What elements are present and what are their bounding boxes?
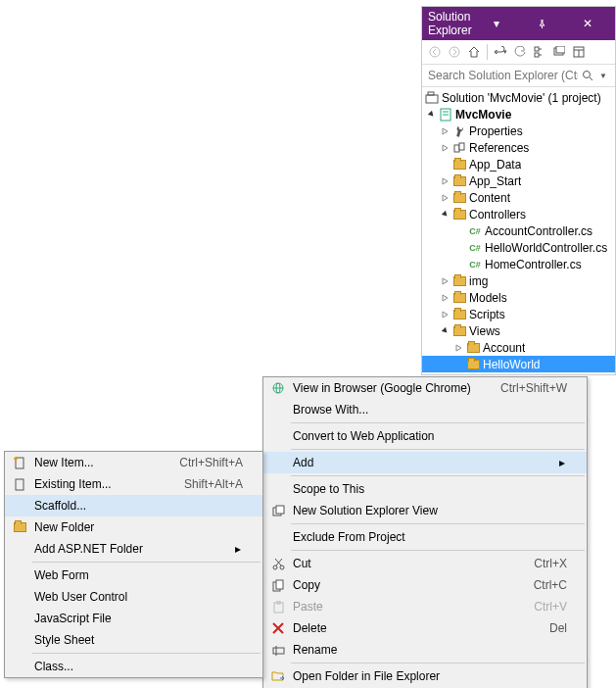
home-icon[interactable]	[465, 43, 483, 61]
collapse-arrow-icon[interactable]	[440, 309, 451, 320]
folder-icon	[451, 323, 467, 339]
submenu-arrow-icon: ▸	[557, 456, 567, 469]
project-node[interactable]: MvcMovie	[422, 106, 615, 123]
svg-rect-3	[535, 53, 539, 57]
submenu-web-form[interactable]: Web Form	[5, 565, 262, 586]
svg-point-1	[450, 47, 459, 57]
collapse-icon[interactable]	[531, 43, 548, 61]
show-all-icon[interactable]	[550, 43, 568, 61]
svg-rect-8	[426, 95, 438, 103]
tree-node-helloworld[interactable]: HelloWorld	[422, 356, 615, 372]
search-input[interactable]	[426, 67, 580, 84]
submenu-new-item[interactable]: New Item...Ctrl+Shift+A	[5, 452, 262, 473]
solution-explorer-panel: Solution Explorer ▾ ✕ ▾ ▼ Solution 'MvcM…	[421, 6, 616, 375]
expand-arrow-icon[interactable]	[440, 209, 451, 221]
menu-browse-with[interactable]: Browse With...	[263, 399, 587, 420]
solution-icon	[424, 90, 440, 106]
folder-icon	[451, 173, 467, 189]
svg-point-17	[273, 565, 277, 569]
menu-separator	[32, 653, 261, 654]
tree-node-folder[interactable]: App_Start	[422, 172, 615, 189]
collapse-arrow-icon[interactable]	[440, 192, 451, 204]
add-submenu: New Item...Ctrl+Shift+A Existing Item...…	[4, 451, 263, 678]
svg-rect-9	[428, 92, 434, 95]
back-icon[interactable]	[426, 43, 444, 61]
svg-rect-25	[16, 479, 24, 490]
panel-titlebar[interactable]: Solution Explorer ▾ ✕	[422, 7, 615, 40]
search-dropdown-icon[interactable]: ▼	[595, 68, 611, 83]
menu-exclude[interactable]: Exclude From Project	[263, 526, 587, 548]
tree-node-csfile[interactable]: C#HomeController.cs	[422, 256, 615, 272]
submenu-web-user[interactable]: Web User Control	[5, 586, 262, 608]
submenu-existing-item[interactable]: Existing Item...Shift+Alt+A	[5, 473, 262, 495]
folder-icon	[451, 157, 467, 172]
tree-node-folder[interactable]: Account	[422, 339, 615, 356]
properties-icon[interactable]	[570, 43, 588, 61]
svg-rect-12	[459, 143, 464, 150]
pin-icon[interactable]	[520, 17, 563, 30]
menu-scope[interactable]: Scope to This	[263, 478, 587, 500]
collapse-arrow-icon[interactable]	[440, 292, 451, 304]
menu-separator	[291, 663, 585, 663]
context-menu: View in Browser (Google Chrome)Ctrl+Shif…	[262, 376, 588, 688]
folder-icon	[451, 290, 467, 306]
menu-new-view[interactable]: New Solution Explorer View	[263, 500, 587, 521]
solution-node[interactable]: Solution 'MvcMovie' (1 project)	[422, 89, 615, 106]
menu-rename[interactable]: Rename	[263, 639, 587, 661]
svg-rect-20	[276, 580, 283, 589]
submenu-class[interactable]: Class...	[5, 656, 262, 677]
csharp-icon: C#	[467, 257, 483, 272]
menu-delete[interactable]: DeleteDel	[263, 617, 587, 639]
menu-convert[interactable]: Convert to Web Application	[263, 425, 587, 447]
tree-node-csfile[interactable]: C#HelloWorldController.cs	[422, 239, 615, 256]
menu-separator	[291, 422, 585, 423]
menu-separator	[291, 475, 585, 476]
collapse-arrow-icon[interactable]	[440, 175, 451, 187]
menu-view-browser[interactable]: View in Browser (Google Chrome)Ctrl+Shif…	[263, 377, 587, 399]
submenu-asp-folder[interactable]: Add ASP.NET Folder▸	[5, 538, 262, 560]
folder-icon	[465, 357, 481, 372]
dropdown-icon[interactable]: ▾	[475, 17, 518, 30]
svg-point-7	[584, 72, 591, 78]
collapse-arrow-icon[interactable]	[440, 275, 451, 287]
tree-node-views[interactable]: Views	[422, 322, 615, 339]
browser-icon	[267, 379, 289, 397]
sync-icon[interactable]: ▾	[492, 43, 509, 61]
search-icon[interactable]	[580, 68, 595, 83]
tree-node-folder[interactable]: img	[422, 272, 615, 289]
refresh-icon[interactable]	[511, 43, 529, 61]
new-item-icon	[9, 454, 30, 471]
tree-node-folder[interactable]: Models	[422, 289, 615, 306]
menu-copy[interactable]: CopyCtrl+C	[263, 574, 587, 596]
close-icon[interactable]: ✕	[566, 17, 609, 30]
open-folder-icon	[267, 667, 289, 685]
menu-add[interactable]: Add▸	[263, 452, 587, 473]
tree-node-controllers[interactable]: Controllers	[422, 206, 615, 222]
menu-separator	[291, 449, 585, 450]
tree-node-folder[interactable]: App_Data	[422, 156, 615, 172]
svg-point-18	[280, 565, 284, 569]
menu-open-folder[interactable]: Open Folder in File Explorer	[263, 665, 587, 687]
toolbar-separator	[487, 44, 488, 60]
submenu-new-folder[interactable]: New Folder	[5, 516, 262, 538]
expand-arrow-icon[interactable]	[426, 109, 438, 121]
project-icon	[438, 107, 453, 123]
expand-arrow-icon[interactable]	[440, 325, 451, 337]
submenu-js-file[interactable]: JavaScript File	[5, 608, 262, 629]
tree-node-properties[interactable]: Properties	[422, 123, 615, 139]
forward-icon[interactable]	[446, 43, 463, 61]
tree-node-csfile[interactable]: C#AccountController.cs	[422, 222, 615, 239]
menu-cut[interactable]: CutCtrl+X	[263, 553, 587, 574]
panel-title-text: Solution Explorer	[428, 10, 472, 37]
svg-rect-2	[535, 47, 539, 51]
svg-rect-5	[556, 46, 565, 53]
folder-icon	[465, 340, 481, 356]
collapse-arrow-icon[interactable]	[440, 142, 451, 154]
collapse-arrow-icon[interactable]	[453, 342, 465, 354]
submenu-scaffold[interactable]: Scaffold...	[5, 495, 262, 516]
tree-node-folder[interactable]: Content	[422, 189, 615, 206]
tree-node-folder[interactable]: Scripts	[422, 306, 615, 322]
tree-node-references[interactable]: References	[422, 139, 615, 156]
csharp-icon: C#	[467, 240, 483, 256]
submenu-style-sheet[interactable]: Style Sheet	[5, 629, 262, 651]
